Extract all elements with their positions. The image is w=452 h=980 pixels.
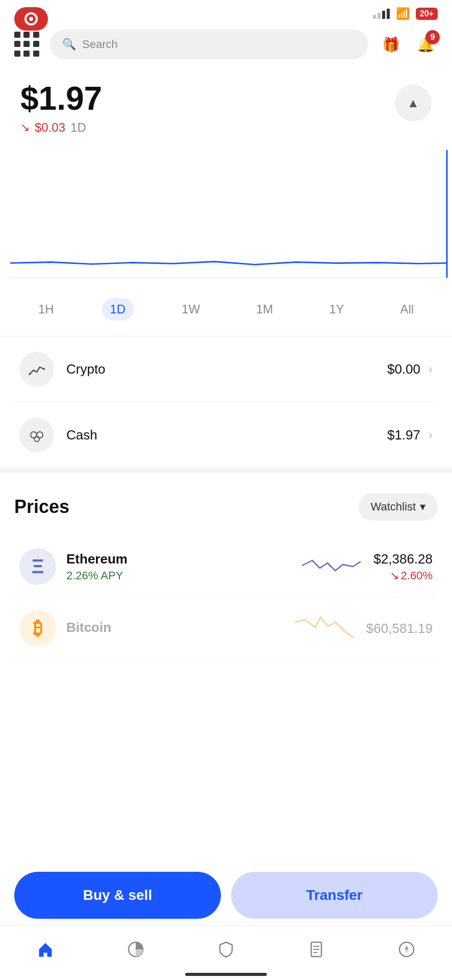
- notification-button[interactable]: 🔔 9: [413, 32, 438, 57]
- gift-button[interactable]: 🎁: [379, 32, 403, 57]
- collapse-button[interactable]: ▲: [395, 85, 432, 121]
- crypto-chevron-icon: ›: [429, 362, 433, 376]
- crypto-holding-item[interactable]: Crypto $0.00 ›: [14, 336, 438, 402]
- price-chart: [0, 140, 452, 283]
- crypto-value: $0.00: [387, 361, 420, 377]
- bitcoin-name: Bitcoin: [66, 620, 280, 635]
- nav-portfolio[interactable]: [112, 934, 159, 965]
- home-indicator: [185, 973, 267, 976]
- ethereum-mini-chart: [297, 550, 363, 583]
- ethereum-apy: 2.26% APY: [66, 569, 287, 582]
- watchlist-button[interactable]: Watchlist ▾: [359, 493, 438, 521]
- compass-icon: [395, 938, 418, 961]
- portfolio-section: $1.97 ↘ $0.03 1D ▲: [0, 69, 452, 140]
- nav-statements[interactable]: [293, 934, 340, 965]
- tab-1y[interactable]: 1Y: [321, 298, 352, 321]
- portfolio-amount: $1.97: [20, 80, 102, 117]
- prices-title: Prices: [14, 496, 69, 518]
- search-icon: 🔍: [62, 38, 76, 51]
- crypto-icon: [19, 352, 54, 386]
- chart-svg: [0, 145, 452, 283]
- ethereum-price-col: $2,386.28 ↘ 2.60%: [373, 551, 433, 582]
- pie-chart-icon: [124, 938, 147, 961]
- nav-discover[interactable]: [383, 934, 430, 965]
- change-arrow-icon: ↘: [20, 121, 30, 134]
- chevron-down-icon: ▾: [420, 500, 425, 513]
- top-bar: 🔍 Search 🎁 🔔 9: [0, 24, 452, 69]
- ethereum-name: Ethereum: [66, 551, 287, 567]
- watchlist-label: Watchlist: [371, 500, 416, 513]
- target-logo: [14, 7, 48, 31]
- change-period: 1D: [70, 120, 86, 135]
- bitcoin-price: $60,581.19: [366, 621, 433, 636]
- eth-change-value: 2.60%: [401, 569, 433, 582]
- nav-security[interactable]: [203, 934, 249, 965]
- prices-header: Prices Watchlist ▾: [14, 493, 438, 521]
- tab-1m[interactable]: 1M: [248, 298, 281, 321]
- ethereum-logo: Ξ: [19, 548, 56, 585]
- search-bar[interactable]: 🔍 Search: [50, 30, 368, 59]
- ethereum-item[interactable]: Ξ Ethereum 2.26% APY $2,386.28 ↘ 2.60%: [14, 536, 438, 598]
- portfolio-change: ↘ $0.03 1D: [20, 120, 102, 135]
- holdings-list: Crypto $0.00 › Cash $1.97 ›: [0, 336, 452, 473]
- top-icons: 🎁 🔔 9: [379, 32, 438, 57]
- bitcoin-item[interactable]: ₿ Bitcoin $60,581.19: [14, 598, 438, 659]
- bitcoin-logo: ₿: [19, 610, 56, 647]
- status-bar: 📶 20+: [0, 0, 452, 24]
- cash-holding-item[interactable]: Cash $1.97 ›: [14, 402, 438, 468]
- battery-indicator: 20+: [416, 8, 438, 20]
- cash-chevron-icon: ›: [429, 428, 433, 442]
- nav-home[interactable]: [22, 934, 69, 965]
- change-value: $0.03: [35, 120, 65, 135]
- notification-badge: 9: [425, 30, 440, 44]
- tab-all[interactable]: All: [392, 298, 422, 321]
- cash-value: $1.97: [387, 427, 420, 443]
- eth-change-arrow-icon: ↘: [390, 569, 399, 582]
- time-period-tabs: 1H 1D 1W 1M 1Y All: [0, 283, 452, 336]
- gift-icon: 🎁: [382, 36, 400, 53]
- svg-point-6: [34, 436, 39, 442]
- tab-1h[interactable]: 1H: [30, 298, 62, 321]
- wifi-icon: 📶: [396, 7, 410, 20]
- bitcoin-mini-chart: [290, 612, 356, 645]
- bitcoin-info: Bitcoin: [66, 620, 280, 638]
- portfolio-value: $1.97 ↘ $0.03 1D: [20, 80, 102, 135]
- ethereum-info: Ethereum 2.26% APY: [66, 551, 287, 582]
- svg-point-3: [43, 368, 45, 370]
- chevron-up-icon: ▲: [407, 96, 419, 110]
- home-icon: [34, 938, 57, 961]
- signal-icon: [373, 9, 390, 19]
- search-placeholder: Search: [82, 38, 118, 51]
- cash-icon: [19, 418, 54, 452]
- bottom-nav: [0, 925, 452, 980]
- transfer-button[interactable]: Transfer: [231, 872, 438, 919]
- tab-1w[interactable]: 1W: [173, 298, 208, 321]
- buy-sell-button[interactable]: Buy & sell: [14, 872, 221, 919]
- ethereum-change: ↘ 2.60%: [373, 569, 433, 582]
- prices-section: Prices Watchlist ▾ Ξ Ethereum 2.26% APY …: [0, 473, 452, 670]
- tab-1d[interactable]: 1D: [102, 298, 134, 321]
- receipt-icon: [305, 938, 328, 961]
- bottom-action-buttons: Buy & sell Transfer: [0, 872, 452, 919]
- svg-point-2: [29, 373, 31, 375]
- shield-icon: [215, 938, 237, 961]
- bitcoin-price-col: $60,581.19: [366, 621, 433, 636]
- menu-grid-button[interactable]: [14, 32, 40, 57]
- cash-label: Cash: [66, 427, 387, 443]
- crypto-label: Crypto: [66, 361, 387, 377]
- ethereum-price: $2,386.28: [373, 551, 433, 567]
